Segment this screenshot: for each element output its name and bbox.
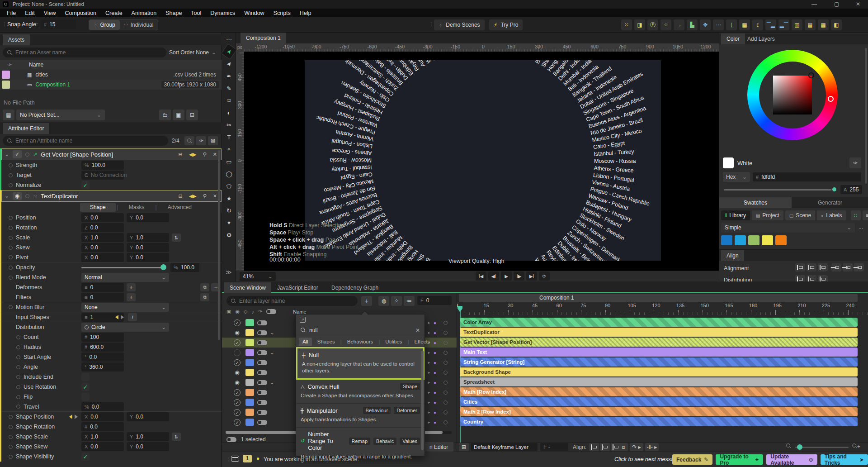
viewport-canvas[interactable]: New York - United StatesLondon - United … xyxy=(244,52,719,271)
knife-tool-icon[interactable]: ✂ xyxy=(223,119,235,130)
value-field[interactable]: #100 xyxy=(81,333,124,342)
keyframe-dot[interactable] xyxy=(9,266,13,270)
color-swatch[interactable] xyxy=(735,235,746,245)
tab-advanced[interactable]: Advanced xyxy=(158,203,202,212)
prev-key-icon[interactable] xyxy=(69,415,72,419)
keyframe-b-icon[interactable]: ▂▔ xyxy=(778,19,789,30)
current-color-swatch[interactable] xyxy=(723,157,734,168)
close-button[interactable]: ✕ xyxy=(856,1,860,7)
keyframe-dot[interactable] xyxy=(16,405,20,409)
grid-icon[interactable]: ▦ xyxy=(818,19,829,30)
keyframe-dot-icon[interactable]: ● xyxy=(434,390,436,395)
keyframe-dot-icon[interactable]: ● xyxy=(434,420,436,425)
layer-solo-dot[interactable] xyxy=(443,391,448,395)
timeline-bar[interactable]: Color Array xyxy=(460,318,858,327)
popup-item-number-range-to-color[interactable]: ↺Number Range To ColorRemapBehavicValues… xyxy=(296,428,425,465)
hex-field[interactable]: # fdfdfd xyxy=(753,172,861,181)
render-cam-icon[interactable]: ◧ xyxy=(831,19,842,30)
add-button[interactable]: + xyxy=(127,283,136,291)
lib-tab-scene[interactable]: ▢Scene xyxy=(785,210,815,220)
layer-solo-dot[interactable] xyxy=(443,321,448,325)
tab-add-layers[interactable]: Add Layers xyxy=(747,36,775,42)
layer-visibility-icon[interactable]: ✓ xyxy=(234,389,241,396)
arc-icon[interactable]: ⟨ xyxy=(726,19,737,30)
layer-toggle[interactable] xyxy=(257,380,267,385)
polygon-tool-icon[interactable]: ⬠ xyxy=(223,181,235,191)
keyframe-next-icon[interactable]: ▸ xyxy=(428,330,430,335)
layer-visibility-icon[interactable]: ◉ xyxy=(234,329,241,336)
asset-row[interactable]: ▭Composition 130.00fps 1920 x 1080 xyxy=(0,80,222,90)
step-back-icon[interactable]: ◀I xyxy=(488,272,499,281)
layer-color-chip[interactable] xyxy=(245,399,254,406)
rectangle-tool-icon[interactable]: ▭ xyxy=(223,156,235,167)
layer-toggle[interactable] xyxy=(257,390,267,395)
popup-tab-behaviours[interactable]: Behaviours xyxy=(344,338,377,346)
keyframe-dot[interactable] xyxy=(9,216,13,220)
layer-solo-dot[interactable] xyxy=(443,331,448,335)
value-field[interactable]: Y0.0 xyxy=(127,442,169,451)
timeline-bar[interactable]: Math [Row Index] xyxy=(460,387,858,396)
layer-visibility-icon[interactable]: ◉ xyxy=(234,369,241,376)
menu-item-file[interactable]: File xyxy=(3,9,20,17)
columns-icon[interactable]: ▥ xyxy=(792,19,802,30)
layer-solo-dot[interactable] xyxy=(443,410,448,415)
hue-selector[interactable] xyxy=(828,96,834,102)
add-layer-button[interactable]: + xyxy=(361,296,372,306)
add-button[interactable]: + xyxy=(127,293,136,301)
align-bottom-button[interactable] xyxy=(854,263,864,272)
keyframe-dot[interactable] xyxy=(9,163,13,167)
timeline-bar[interactable]: Math 2 [Row Index] xyxy=(460,407,858,416)
key-align-left-button[interactable] xyxy=(589,443,599,451)
asset-search-input[interactable]: Enter an Asset name xyxy=(3,48,166,57)
layer-toggle[interactable] xyxy=(257,420,267,425)
menu-item-tool[interactable]: Tool xyxy=(187,9,205,17)
pin-icon[interactable]: ⚲ xyxy=(202,193,208,199)
keyframe-dot-icon[interactable]: ● xyxy=(434,350,436,355)
attribute-search-input[interactable]: Enter an Attribute name xyxy=(3,136,168,146)
popup-tab-utilities[interactable]: Utilities xyxy=(382,338,406,346)
layer-toggle[interactable] xyxy=(257,330,267,335)
keyframe-dot[interactable] xyxy=(9,435,13,439)
next-key-icon[interactable] xyxy=(121,315,124,319)
tab-javascript-editor[interactable]: JavaScript Editor xyxy=(277,285,318,291)
keyframe-next-icon[interactable]: ▸ xyxy=(428,360,430,365)
layer-toggle[interactable] xyxy=(257,320,267,325)
settings-tool-icon[interactable]: ⚙ xyxy=(223,229,235,240)
layer-visibility-icon[interactable]: ✓ xyxy=(234,399,241,406)
group-mode-button[interactable]: ⁘ Group xyxy=(89,20,120,30)
keyframe-dot[interactable] xyxy=(16,345,20,349)
popup-clear-icon[interactable]: ✕ xyxy=(415,327,420,334)
tab-composition-1[interactable]: Composition 1 xyxy=(241,33,286,43)
chevron-down-icon[interactable]: ⌄ xyxy=(5,193,9,199)
color-swatch[interactable] xyxy=(721,235,732,245)
align-top-button[interactable] xyxy=(831,263,841,272)
zoom-out-icon[interactable] xyxy=(786,443,791,450)
visibility-toggle-icon[interactable]: ✓ xyxy=(13,150,22,158)
tab-generator[interactable]: Generator xyxy=(792,200,868,206)
split-arrows-icon[interactable]: ◀▶ xyxy=(188,193,198,199)
stamp-icon[interactable]: ⟟ xyxy=(752,19,763,30)
sliders-icon[interactable]: ⊟ xyxy=(177,193,184,199)
checkbox[interactable] xyxy=(81,373,90,381)
tab-attribute-editor[interactable]: Attribute Editor xyxy=(3,123,49,134)
message-bubble-icon[interactable] xyxy=(231,456,239,462)
align-center-h-button[interactable] xyxy=(807,263,816,272)
tab-masks[interactable]: Masks xyxy=(119,203,155,212)
list-view-icon[interactable]: ≡ xyxy=(863,210,868,220)
layer-toggle[interactable] xyxy=(257,410,267,415)
saturation-selector[interactable] xyxy=(808,72,814,78)
menu-item-edit[interactable]: Edit xyxy=(21,9,39,17)
value-field[interactable]: °0.0 xyxy=(81,353,124,362)
menu-item-shape[interactable]: Shape xyxy=(161,9,186,17)
keyframe-dot[interactable] xyxy=(16,355,20,359)
menu-item-window[interactable]: Window xyxy=(240,9,268,17)
timeline-ruler[interactable]: 0153045607590105120135150165180195210225… xyxy=(457,302,868,315)
keyframe-dot[interactable] xyxy=(9,236,13,240)
timeline-bar[interactable]: Main Text xyxy=(460,348,858,357)
menu-item-scripts[interactable]: Scripts xyxy=(269,9,295,17)
pin-icon[interactable]: ⚲ xyxy=(202,152,208,157)
keyframe-dot[interactable] xyxy=(16,385,20,389)
keyframe-next-icon[interactable]: ▸ xyxy=(428,370,430,375)
align-left-button[interactable] xyxy=(795,263,805,272)
star-tool-icon[interactable]: ★ xyxy=(223,193,235,204)
